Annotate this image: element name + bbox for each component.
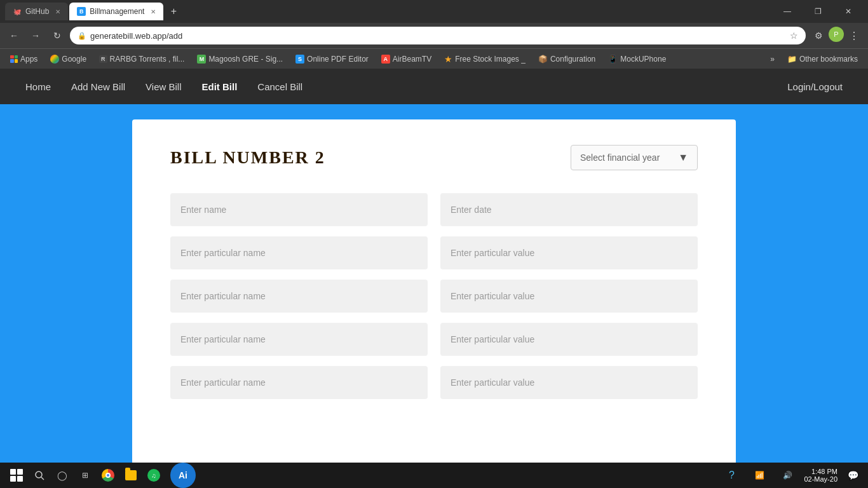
- rarbg-icon: R: [99, 55, 107, 63]
- app-nav: Home Add New Bill View Bill Edit Bill Ca…: [0, 69, 868, 104]
- maximize-button[interactable]: ❐: [803, 0, 832, 23]
- particular-value-input-1[interactable]: [440, 236, 698, 269]
- date-input[interactable]: [440, 193, 698, 226]
- profile-icon[interactable]: P: [829, 27, 844, 42]
- particular-value-input-4[interactable]: [440, 366, 698, 399]
- bookmarks-bar: Apps Google R RARBG Torrents , fil... M …: [0, 48, 868, 69]
- bill-number-title: BILL NUMBER 2: [170, 147, 325, 168]
- bookmark-mockuphone[interactable]: 📱 MockUPhone: [603, 53, 671, 65]
- particular-name-input-4[interactable]: [170, 366, 428, 399]
- name-input[interactable]: [170, 193, 428, 226]
- close-button[interactable]: ✕: [834, 0, 863, 23]
- lock-icon: 🔒: [78, 32, 86, 40]
- github-favicon: 🐙: [13, 7, 22, 16]
- particular-row-2: [170, 280, 698, 313]
- back-button[interactable]: ←: [5, 27, 23, 44]
- tab-bar: 🐙 GitHub ✕ B Billmanagement ✕ + — ❐ ✕: [0, 0, 868, 23]
- network-icon[interactable]: 📶: [748, 464, 771, 487]
- tab-github-close[interactable]: ✕: [55, 8, 60, 15]
- date-display: 02-May-20: [804, 475, 837, 483]
- bookmark-mockuphone-label: MockUPhone: [620, 55, 666, 64]
- particular-name-input-1[interactable]: [170, 236, 428, 269]
- bookmark-airbeam-label: AirBeamTV: [393, 55, 431, 64]
- minimize-button[interactable]: —: [773, 0, 802, 23]
- bookmark-apps[interactable]: Apps: [5, 53, 43, 65]
- bookmark-google-label: Google: [62, 55, 86, 64]
- particular-row-1: [170, 236, 698, 269]
- more-options-icon[interactable]: ⋮: [845, 27, 863, 44]
- svg-line-1: [41, 477, 44, 480]
- bookmark-google[interactable]: Google: [45, 53, 92, 65]
- bookmark-pdf[interactable]: S Online PDF Editor: [290, 53, 374, 65]
- start-sq-3: [10, 476, 16, 482]
- volume-icon[interactable]: 🔊: [776, 464, 799, 487]
- taskbar-search-button[interactable]: [28, 464, 51, 487]
- bookmark-magoosh[interactable]: M Magoosh GRE - Sig...: [192, 53, 288, 65]
- start-sq-4: [17, 476, 23, 482]
- nav-cancel-bill[interactable]: Cancel Bill: [257, 81, 302, 92]
- help-icon[interactable]: ?: [720, 464, 743, 487]
- time-block: 1:48 PM 02-May-20: [804, 468, 837, 483]
- bookmarks-more[interactable]: »: [765, 53, 780, 65]
- particular-name-input-3[interactable]: [170, 323, 428, 356]
- particular-name-input-2[interactable]: [170, 280, 428, 313]
- nav-links: Home Add New Bill View Bill Edit Bill Ca…: [25, 81, 843, 92]
- star-icon: ★: [444, 54, 452, 64]
- pdf-icon: S: [295, 55, 304, 64]
- notification-button[interactable]: 💬: [843, 465, 863, 485]
- taskbar-chrome-icon[interactable]: [97, 464, 119, 487]
- address-bar-row: ← → ↻ 🔒 generatebill.web.app/add ☆ ⚙ P ⋮: [0, 23, 868, 48]
- bookmark-apps-label: Apps: [20, 55, 37, 64]
- tab-github[interactable]: 🐙 GitHub ✕: [5, 3, 68, 20]
- start-sq-1: [10, 469, 16, 475]
- content-card: BILL NUMBER 2 Select financial year ▼: [132, 119, 736, 473]
- address-bar[interactable]: 🔒 generatebill.web.app/add ☆: [70, 27, 806, 44]
- particular-value-input-3[interactable]: [440, 323, 698, 356]
- extensions-icon[interactable]: ⚙: [810, 27, 827, 44]
- particular-row-4: [170, 366, 698, 399]
- nav-home[interactable]: Home: [25, 81, 51, 92]
- svg-point-0: [36, 471, 42, 478]
- other-bookmarks-label: Other bookmarks: [799, 55, 858, 64]
- bookmark-config[interactable]: 📦 Configuration: [533, 53, 600, 65]
- window-controls: — ❐ ✕: [773, 0, 863, 23]
- bookmark-rarbg[interactable]: R RARBG Torrents , fil...: [94, 53, 189, 65]
- particular-value-input-2[interactable]: [440, 280, 698, 313]
- new-tab-button[interactable]: +: [165, 3, 182, 20]
- financial-year-dropdown[interactable]: Select financial year ▼: [571, 145, 698, 170]
- reload-button[interactable]: ↻: [48, 27, 66, 44]
- bookmark-star-icon[interactable]: ☆: [790, 30, 798, 41]
- forward-button[interactable]: →: [27, 27, 44, 44]
- bill-form: [170, 193, 698, 399]
- start-sq-2: [17, 469, 23, 475]
- nav-view-bill[interactable]: View Bill: [146, 81, 181, 92]
- tab-billmanagement[interactable]: B Billmanagement ✕: [69, 3, 163, 20]
- bookmark-freestock[interactable]: ★ Free Stock Images _: [439, 53, 531, 65]
- taskbar-cortana-button[interactable]: ◯: [51, 464, 74, 487]
- particular-row-3: [170, 323, 698, 356]
- taskbar-explorer-icon[interactable]: [119, 464, 142, 487]
- bookmark-airbeam[interactable]: A AirBeamTV: [376, 53, 437, 65]
- address-text: generatebill.web.app/add: [90, 31, 786, 41]
- tab-bill-close[interactable]: ✕: [151, 8, 156, 15]
- bookmark-config-label: Configuration: [550, 55, 595, 64]
- nav-login-logout[interactable]: Login/Logout: [787, 81, 843, 92]
- nav-add-new-bill[interactable]: Add New Bill: [71, 81, 125, 92]
- name-date-row: [170, 193, 698, 226]
- start-button[interactable]: [5, 464, 28, 487]
- taskbar-spotify-icon[interactable]: ♫: [142, 464, 165, 487]
- magoosh-icon: M: [197, 55, 206, 64]
- bookmark-pdf-label: Online PDF Editor: [307, 55, 369, 64]
- bookmarks-more-label: »: [770, 55, 775, 64]
- nav-edit-bill[interactable]: Edit Bill: [201, 81, 237, 92]
- bookmark-magoosh-label: Magoosh GRE - Sig...: [208, 55, 283, 64]
- bill-favicon: B: [77, 7, 86, 16]
- taskbar-taskview-button[interactable]: ⊞: [74, 464, 97, 487]
- taskbar-ai-app[interactable]: Ai: [170, 463, 196, 488]
- ai-label: Ai: [179, 470, 187, 480]
- apps-grid-icon: [10, 55, 18, 63]
- config-icon: 📦: [538, 55, 548, 64]
- other-bookmarks[interactable]: 📁 Other bookmarks: [782, 53, 863, 65]
- bill-header: BILL NUMBER 2 Select financial year ▼: [170, 145, 698, 170]
- financial-year-placeholder: Select financial year: [580, 152, 673, 163]
